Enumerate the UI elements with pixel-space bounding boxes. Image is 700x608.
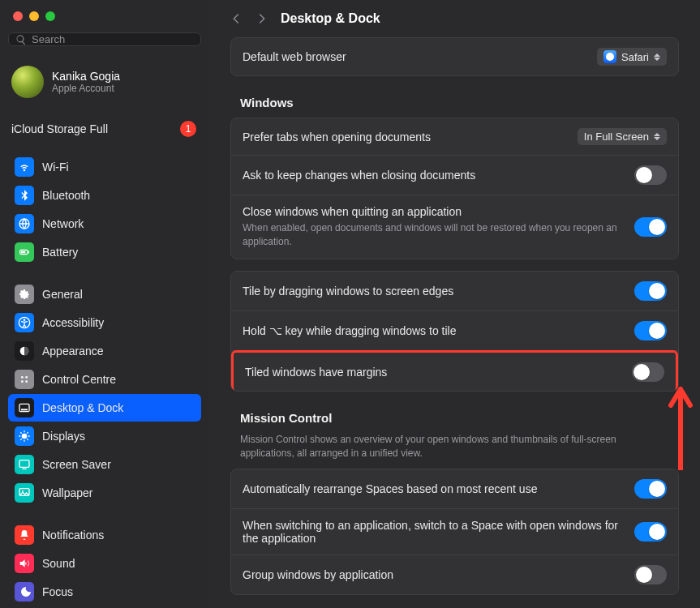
svg-rect-2 [28,251,29,254]
nav-group-connectivity: Wi-FiBluetoothNetworkBattery [8,153,201,266]
svg-point-10 [25,380,28,383]
sidebar-item-desktop-dock[interactable]: Desktop & Dock [8,394,201,422]
sidebar-item-focus[interactable]: Focus [8,578,201,606]
sidebar-item-appearance[interactable]: Appearance [8,337,201,365]
control-icon [15,370,34,389]
screensaver-icon [15,455,34,474]
prefer-tabs-label: Prefer tabs when opening documents [243,131,565,143]
auto-rearrange-row: Automatically rearrange Spaces based on … [231,469,678,509]
dock-icon [15,398,34,417]
prefer-tabs-select[interactable]: In Full Screen [578,128,667,145]
icloud-storage-row[interactable]: iCloud Storage Full 1 [8,113,201,153]
appearance-icon [15,341,34,361]
nav-group-system: GeneralAccessibilityAppearanceControl Ce… [8,280,201,507]
minimize-window-button[interactable] [29,11,39,21]
bell-icon [15,525,34,545]
sidebar-item-label: Control Centre [42,373,116,386]
svg-rect-12 [21,409,28,410]
main-pane: Desktop & Dock Default web browser Safar… [209,0,700,608]
svg-point-5 [24,319,26,321]
sidebar-item-label: Desktop & Dock [42,401,123,414]
sidebar-item-label: Wallpaper [42,486,93,499]
bluetooth-icon [15,186,34,205]
forward-button[interactable] [255,11,269,26]
nav-group-alerts: NotificationsSoundFocus [8,521,201,606]
ask-keep-toggle[interactable] [634,165,667,185]
content-scroll[interactable]: Default web browser Safari Windows Prefe… [209,37,700,608]
sound-icon [15,554,34,573]
wifi-icon [15,157,34,177]
search-placeholder: Search [32,33,65,45]
account-sub: Apple Account [52,83,120,94]
battery-icon [15,242,34,262]
safari-icon [603,50,616,63]
sidebar-item-label: Bluetooth [42,189,90,202]
close-quit-toggle[interactable] [634,217,667,237]
accessibility-icon [15,313,34,332]
prefer-tabs-row: Prefer tabs when opening documents In Fu… [231,118,678,156]
group-windows-toggle[interactable] [634,565,667,584]
group-windows-label: Group windows by application [243,568,621,581]
sidebar-item-label: Appearance [42,345,104,358]
close-quit-row: Close windows when quitting an applicati… [231,195,678,259]
focus-icon [15,582,34,602]
mission-section-title: Mission Control [240,411,679,425]
sidebar-item-screen-saver[interactable]: Screen Saver [8,451,201,478]
sidebar-item-general[interactable]: General [8,280,201,308]
switch-space-label: When switching to an application, switch… [243,519,621,545]
ask-keep-label: Ask to keep changes when closing documen… [243,169,621,182]
svg-point-8 [25,376,28,379]
header: Desktop & Dock [209,0,700,37]
ask-keep-row: Ask to keep changes when closing documen… [231,156,678,195]
avatar [11,66,44,98]
svg-point-9 [21,380,24,383]
sidebar-item-bluetooth[interactable]: Bluetooth [8,182,201,209]
sidebar-item-wallpaper[interactable]: Wallpaper [8,479,201,507]
wallpaper-icon [15,483,34,503]
default-browser-row: Default web browser Safari [231,38,678,75]
sidebar-item-label: Displays [42,430,85,443]
browser-panel: Default web browser Safari [230,37,679,76]
sidebar-item-control-centre[interactable]: Control Centre [8,366,201,393]
tile-edges-toggle[interactable] [634,281,667,301]
close-window-button[interactable] [13,11,23,21]
default-browser-label: Default web browser [243,50,584,63]
window-controls [8,8,201,32]
page-title: Desktop & Dock [281,11,380,26]
sidebar-item-sound[interactable]: Sound [8,550,201,577]
sidebar-item-accessibility[interactable]: Accessibility [8,309,201,336]
storage-badge: 1 [180,121,196,137]
sidebar-item-notifications[interactable]: Notifications [8,521,201,549]
svg-rect-14 [19,460,29,468]
svg-point-7 [21,376,24,379]
auto-rearrange-toggle[interactable] [634,479,667,499]
sidebar-item-battery[interactable]: Battery [8,238,201,266]
tiled-margins-label: Tiled windows have margins [245,366,619,379]
sidebar-item-displays[interactable]: Displays [8,422,201,450]
default-browser-select[interactable]: Safari [597,48,667,66]
account-row[interactable]: Kanika Gogia Apple Account [8,61,201,113]
hold-option-label: Hold ⌥ key while dragging windows to til… [243,324,621,337]
storage-label: iCloud Storage Full [11,122,108,135]
search-input[interactable]: Search [8,32,201,46]
hold-option-toggle[interactable] [634,321,667,340]
sidebar-item-label: Network [42,217,84,230]
back-button[interactable] [229,11,243,26]
windows-section-title: Windows [240,96,679,109]
tiled-margins-toggle[interactable] [632,362,664,382]
sidebar-item-label: Battery [42,246,78,259]
mission-section-desc: Mission Control shows an overview of you… [240,433,672,461]
sidebar-item-network[interactable]: Network [8,210,201,238]
fullscreen-window-button[interactable] [45,11,55,21]
tiling-panel: Tile by dragging windows to screen edges… [230,271,679,392]
sidebar-item-label: Accessibility [42,316,104,329]
updown-icon [654,131,662,143]
switch-space-row: When switching to an application, switch… [231,509,678,555]
updown-icon [654,51,662,62]
switch-space-toggle[interactable] [634,522,667,542]
sidebar-item-wi-fi[interactable]: Wi-Fi [8,153,201,181]
auto-rearrange-label: Automatically rearrange Spaces based on … [243,482,621,495]
mission-panel: Automatically rearrange Spaces based on … [230,469,679,595]
sidebar-item-label: Focus [42,585,73,598]
hold-option-row: Hold ⌥ key while dragging windows to til… [231,311,678,351]
